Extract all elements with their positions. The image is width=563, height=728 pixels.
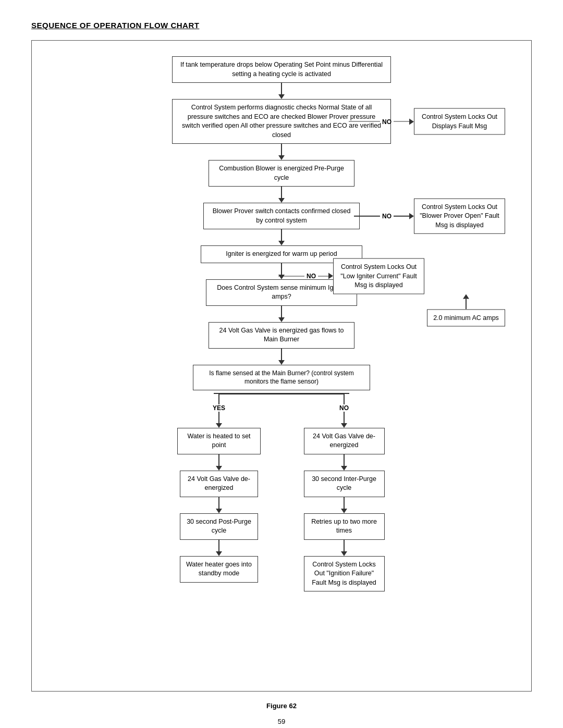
min-amps-box: 2.0 minimum AC amps	[427, 309, 505, 327]
page-number: 59	[31, 718, 532, 725]
prover-box: Blower Prover switch contacts confirmed …	[203, 203, 360, 229]
retries-box: Retries up to two more times	[304, 513, 385, 540]
flow-container: If tank temperature drops below Operatin…	[31, 40, 532, 692]
start-box: If tank temperature drops below Operatin…	[172, 56, 391, 83]
no-label-2: NO	[382, 213, 391, 220]
gas-valve-de1-box: 24 Volt Gas Valve de-energized	[180, 471, 258, 497]
standby-box: Water heater goes into standby mode	[180, 556, 258, 583]
inter-purge-box: 30 second Inter-Purge cycle	[304, 471, 385, 497]
page-title: SEQUENCE OF OPERATION FLOW CHART	[31, 21, 532, 30]
fault4-box: Control System Locks Out "Ignition Failu…	[304, 556, 385, 592]
flame-sense-box: Is flame sensed at the Main Burner? (con…	[193, 365, 370, 391]
gas-valve-de2-box: 24 Volt Gas Valve de-energized	[304, 428, 385, 454]
blower-box: Combustion Blower is energized Pre-Purge…	[209, 160, 354, 187]
water-heated-box: Water is heated to set point	[177, 428, 261, 454]
fault1-box: Control System Locks Out Displays Fault …	[414, 108, 505, 135]
yes-label: YES	[213, 404, 225, 412]
no-label-4: NO	[339, 404, 349, 412]
fault2-box: Control System Locks Out "Blower Prover …	[414, 198, 505, 234]
no-label-3: NO	[307, 273, 316, 280]
fault3-box: Control System Locks Out "Low Igniter Cu…	[333, 258, 424, 294]
figure-caption: Figure 62	[31, 702, 532, 710]
no-label-1: NO	[382, 118, 391, 125]
post-purge-box: 30 second Post-Purge cycle	[180, 513, 258, 540]
